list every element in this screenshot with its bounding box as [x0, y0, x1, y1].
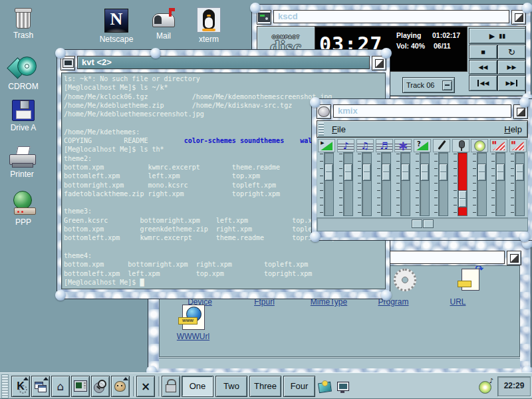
slider-handle[interactable]: [382, 164, 390, 181]
slider-handle[interactable]: [515, 164, 524, 181]
desktop-icon-drive-a[interactable]: Drive A: [1, 100, 45, 132]
lock-screen-button[interactable]: [162, 376, 180, 397]
find-files-button[interactable]: [91, 376, 110, 397]
slider-handle[interactable]: [362, 164, 371, 181]
icon-label: xterm: [187, 35, 231, 44]
volume-slider[interactable]: [362, 152, 372, 216]
play-pause-button[interactable]: ▶ ▮▮: [469, 28, 526, 44]
rewind-button[interactable]: ◀◀: [469, 60, 497, 74]
kscd-title-bar[interactable]: kscd: [273, 10, 509, 23]
maximize-button[interactable]: [507, 251, 521, 265]
slider-handle[interactable]: [496, 164, 505, 181]
terminal-button[interactable]: [71, 376, 90, 397]
volume-slider[interactable]: [477, 152, 487, 216]
mixer-channel-bass-clef[interactable]: [336, 138, 356, 217]
desktop-icon-mail[interactable]: Mail: [142, 8, 186, 41]
previous-track-button[interactable]: ◀◀: [469, 75, 497, 91]
volume-slider[interactable]: [381, 152, 391, 216]
slider-ticks: [339, 154, 342, 213]
desktop-icon-xterm[interactable]: xterm: [187, 7, 231, 44]
mixer-channel-gain2[interactable]: [508, 138, 527, 217]
menu-file[interactable]: File: [327, 124, 351, 134]
url-icon[interactable]: ↷: [462, 269, 479, 291]
forward-button[interactable]: ▶▶: [497, 60, 526, 74]
slider-handle[interactable]: [344, 164, 352, 181]
icon-label: Netscape: [94, 35, 138, 44]
track-fraction: 06/11: [434, 42, 451, 50]
window-list-button[interactable]: [31, 376, 50, 397]
rewind-icon: ◀◀: [479, 64, 488, 70]
slider-handle[interactable]: [477, 164, 486, 181]
slider-handle[interactable]: [458, 190, 467, 207]
desktop: Trash CDROM Drive A Printer PPP N Netsca…: [0, 0, 532, 399]
desktop-icon-netscape[interactable]: N Netscape: [94, 9, 138, 44]
mixer-channel-gain1[interactable]: [489, 138, 509, 217]
file-icon-url[interactable]: URL: [426, 295, 490, 307]
maximize-icon: [510, 254, 519, 263]
gain1-icon: [490, 139, 507, 152]
volume-slider[interactable]: [458, 152, 467, 216]
volume-slider[interactable]: [324, 152, 334, 216]
desktop-pager-two[interactable]: Two: [215, 376, 247, 397]
mixer-channel-volume[interactable]: [317, 138, 336, 217]
stop-button[interactable]: ■: [469, 45, 497, 59]
desktop-pager-one[interactable]: One: [182, 376, 213, 397]
menu-help[interactable]: Help: [499, 124, 527, 134]
slider-handle[interactable]: [325, 164, 333, 181]
disk-navigator-button[interactable]: [111, 376, 130, 397]
mixer-channel-unknown[interactable]: [413, 138, 432, 217]
small-button[interactable]: [412, 219, 422, 228]
window-kill-button[interactable]: ×: [136, 376, 155, 397]
menubar-drag-handle[interactable]: [319, 122, 324, 136]
volume-slider[interactable]: [495, 152, 505, 216]
mixer-channel-pcm-wave[interactable]: [394, 138, 413, 217]
slider-handle[interactable]: [439, 164, 448, 181]
loop-button[interactable]: ↻: [497, 45, 526, 59]
console-button[interactable]: [335, 377, 351, 396]
file-icon-label: WWWUrl: [177, 332, 209, 341]
volume-slider[interactable]: [515, 152, 525, 216]
track-selector[interactable]: Track 06: [402, 77, 455, 93]
desktop-pager-four[interactable]: Four: [283, 376, 315, 397]
volume-slider[interactable]: [400, 152, 410, 216]
mixer-channel-treble-clef[interactable]: [355, 138, 374, 217]
slider-ticks: [377, 154, 380, 213]
desktop-icon-printer[interactable]: Printer: [0, 146, 44, 179]
home-icon: ⌂: [57, 377, 65, 396]
kscd-dock-icon[interactable]: [477, 377, 493, 396]
file-icon-wwwurl[interactable]: WWWUrl: [161, 330, 225, 342]
kvt-title-bar[interactable]: kvt <2>: [77, 56, 370, 69]
desktop-pager-three[interactable]: Three: [249, 376, 281, 397]
desktop-icon-cdrom[interactable]: CDROM: [1, 55, 45, 91]
loop-icon: ↻: [508, 47, 515, 57]
maximize-icon: [517, 108, 525, 116]
next-track-button[interactable]: ▶▶: [497, 75, 526, 91]
window-menu-button[interactable]: [61, 56, 75, 70]
volume-slider[interactable]: [343, 152, 353, 216]
slider-handle[interactable]: [401, 164, 410, 181]
window-menu-button[interactable]: [317, 104, 331, 119]
slider-ticks: [491, 154, 495, 213]
k-menu-button[interactable]: K: [11, 376, 30, 397]
mixer-channel-microphone[interactable]: [451, 138, 470, 217]
panel-hide-handle[interactable]: [1, 374, 9, 398]
mixer-channel-line-in[interactable]: [432, 138, 451, 217]
wwwurl-icon[interactable]: WWW: [182, 305, 205, 330]
mixer-app-icon: [318, 106, 330, 117]
kmix-title-bar[interactable]: kmix: [333, 104, 511, 118]
desktop-icon-trash[interactable]: Trash: [1, 7, 45, 40]
home-button[interactable]: ⌂: [51, 376, 70, 397]
volume-slider[interactable]: [420, 152, 430, 216]
desktop-icon-ppp[interactable]: PPP: [1, 191, 45, 227]
volume-readout: Vol: 40%: [396, 42, 425, 50]
program-icon[interactable]: [394, 269, 416, 291]
logout-button[interactable]: [317, 377, 333, 396]
slider-handle[interactable]: [420, 164, 429, 181]
small-button[interactable]: [423, 219, 434, 228]
slider-ticks: [416, 154, 419, 213]
mixer-channel-note[interactable]: [374, 138, 394, 217]
window-menu-button[interactable]: [257, 10, 271, 25]
bass-clef-icon: [337, 139, 354, 152]
mixer-channel-cd[interactable]: [470, 138, 489, 217]
volume-slider[interactable]: [438, 152, 448, 216]
